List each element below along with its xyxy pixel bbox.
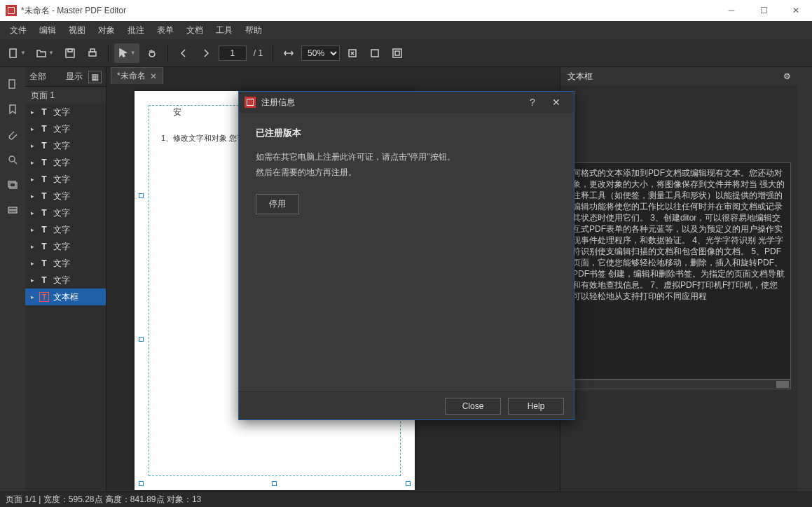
menu-document[interactable]: 文档 [181,22,209,39]
menu-view[interactable]: 视图 [63,22,91,39]
tree-item-6[interactable]: ▸T文字 [25,204,106,221]
save-button[interactable] [60,43,80,63]
svg-rect-4 [90,49,95,52]
tree-arrow-icon: ▸ [29,109,35,116]
properties-scrollbar[interactable] [567,380,791,389]
filter-all-label[interactable]: 全部 [29,71,46,83]
tree-item-10[interactable]: ▸T文字 [25,272,106,289]
svg-point-10 [9,156,15,162]
svg-rect-2 [68,49,72,52]
fullscreen-button[interactable] [387,43,407,63]
tree-item-9[interactable]: ▸T文字 [25,255,106,272]
toolbar: ▼ ▼ ▼ / 1 50% [0,39,812,67]
tree-item-5[interactable]: ▸T文字 [25,188,106,204]
properties-panel: 文本框 ⚙ 何格式的文本添加到PDF文档或编辑现有文本。您还动对象，更改对象的大… [560,67,798,492]
tree-arrow-icon: ▸ [29,260,35,267]
dialog-title: 注册信息 [261,97,295,109]
svg-rect-9 [9,80,15,88]
menu-file[interactable]: 文件 [4,22,32,39]
page-number-input[interactable] [219,46,247,61]
tree-item-label: 文字 [53,224,70,236]
tree-arrow-icon: ▸ [29,176,35,183]
tree-item-11[interactable]: ▸T文本框 [25,289,106,305]
minimize-button[interactable]: ─ [715,0,748,21]
tree-arrow-icon: ▸ [29,226,35,233]
window-title: *未命名 - Master PDF Editor [21,5,715,17]
open-button[interactable]: ▼ [32,43,57,63]
text-type-icon: T [39,107,49,117]
dialog-body: 已注册版本 如需在其它电脑上注册此许可证，请点击"停用"按钮。 然后在需要的地方… [239,113,574,391]
registration-dialog: 注册信息 ? ✕ 已注册版本 如需在其它电脑上注册此许可证，请点击"停用"按钮。… [238,91,574,420]
rail-bookmarks-icon[interactable] [0,97,25,122]
print-button[interactable] [83,43,102,63]
tree-arrow-icon: ▸ [29,193,35,200]
text-type-icon: T [39,258,49,268]
pointer-tool[interactable]: ▼ [114,43,139,63]
zoom-select[interactable]: 50% [301,46,340,61]
tree-item-8[interactable]: ▸T文字 [25,238,106,255]
tree-item-label: 文字 [53,140,70,152]
svg-rect-6 [371,50,378,57]
menu-object[interactable]: 对象 [92,22,121,39]
properties-settings-icon[interactable]: ⚙ [783,71,791,81]
hand-tool[interactable] [142,43,162,63]
maximize-button[interactable]: ☐ [748,0,780,21]
svg-rect-3 [89,52,96,56]
status-text: 页面 1/1 | 宽度：595.28点 高度：841.89点 对象：13 [6,494,201,506]
properties-text-content[interactable]: 何格式的文本添加到PDF文档或编辑现有文本。您还动对象，更改对象的大小，将图像保… [567,162,791,380]
tree-item-label: 文字 [53,275,70,286]
document-tab[interactable]: *未命名 ✕ [111,67,163,84]
rail-layers-icon[interactable] [0,172,25,197]
tree-item-4[interactable]: ▸T文字 [25,171,106,188]
document-tab-close-icon[interactable]: ✕ [150,71,157,81]
fit-page-button[interactable] [365,43,385,63]
text-type-icon: T [39,242,49,251]
dialog-line2: 然后在需要的地方再注册。 [256,166,557,179]
menu-comment[interactable]: 批注 [122,22,150,39]
tree-item-3[interactable]: ▸T文字 [25,154,106,171]
dialog-help-button[interactable]: Help [508,398,564,415]
menu-edit[interactable]: 编辑 [34,22,62,39]
tree-item-2[interactable]: ▸T文字 [25,137,106,154]
rail-search-icon[interactable] [0,147,25,172]
tree-item-1[interactable]: ▸T文字 [25,120,106,137]
svg-rect-0 [10,49,16,57]
left-rail [0,67,25,492]
close-button[interactable]: ✕ [780,0,812,21]
deactivate-button[interactable]: 停用 [256,194,299,214]
menu-tools[interactable]: 工具 [210,22,238,39]
tree-item-label: 文字 [53,174,70,186]
tree-item-label: 文字 [53,241,70,253]
menu-help[interactable]: 帮助 [240,22,268,39]
tree-item-0[interactable]: ▸T文字 [25,104,106,120]
panel-menu-icon[interactable]: ▦ [88,71,102,83]
svg-rect-1 [66,49,74,57]
next-page-button[interactable] [196,43,216,63]
page-total-label: / 1 [249,48,267,58]
dialog-close-button[interactable]: Close [445,398,501,415]
tree-item-label: 文字 [53,157,70,169]
tree-item-label: 文字 [53,123,70,135]
dialog-line1: 如需在其它电脑上注册此许可证，请点击"停用"按钮。 [256,151,557,163]
rail-attachments-icon[interactable] [0,122,25,147]
dialog-help-icon[interactable]: ? [521,92,544,113]
new-doc-button[interactable]: ▼ [4,43,29,63]
tree-item-7[interactable]: ▸T文字 [25,221,106,238]
rail-pages-icon[interactable] [0,71,25,97]
menu-form[interactable]: 表单 [151,22,179,39]
fit-width-button[interactable] [279,43,298,63]
properties-title: 文本框 [567,71,593,83]
text-type-icon: T [39,191,49,201]
rail-form-icon[interactable] [0,197,25,223]
prev-page-button[interactable] [174,43,193,63]
zoom-actual-button[interactable] [343,43,362,63]
text-type-icon: T [39,158,49,167]
tree-item-label: 文本框 [53,291,78,303]
tree-item-label: 文字 [53,258,70,270]
properties-header: 文本框 ⚙ [560,67,798,85]
dialog-close-icon[interactable]: ✕ [544,92,568,113]
dialog-titlebar[interactable]: 注册信息 ? ✕ [239,92,574,113]
page-group-label[interactable]: 页面 1 [25,87,106,104]
text-type-icon: T [39,141,49,151]
showhide-label[interactable]: 显示 [66,71,83,83]
